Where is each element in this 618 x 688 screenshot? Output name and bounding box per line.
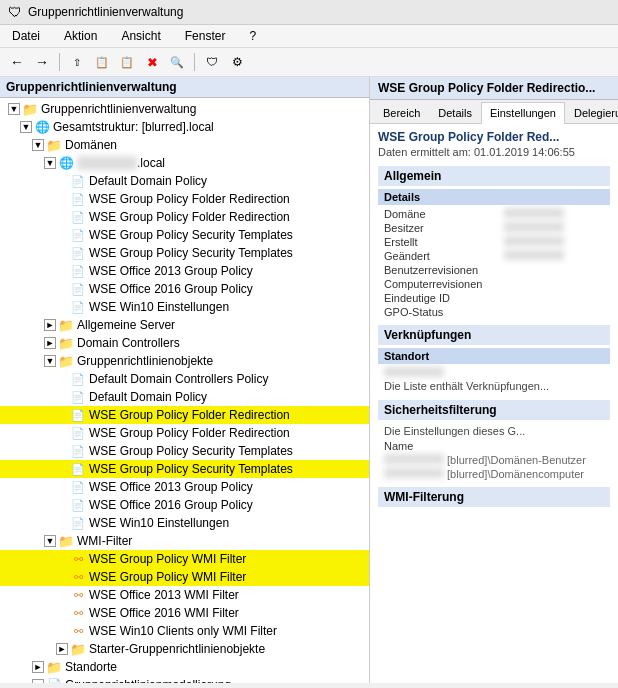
tree-allgemeine-server[interactable]: ► 📁 Allgemeine Server xyxy=(0,316,369,334)
tree-wse-folder-1[interactable]: 📄 WSE Group Policy Folder Redirection xyxy=(0,190,369,208)
tree-gpo-win10[interactable]: 📄 WSE Win10 Einstellungen xyxy=(0,514,369,532)
expand-gro[interactable]: ▼ xyxy=(44,355,56,367)
tree-gpo-office-2013[interactable]: 📄 WSE Office 2013 Group Policy xyxy=(0,478,369,496)
modellierung-label: Gruppenrichtlinienmodellierung xyxy=(65,678,231,683)
expand-starter[interactable]: ► xyxy=(56,643,68,655)
starter-label: Starter-Gruppenrichtlinienobjekte xyxy=(89,642,265,656)
menu-fenster[interactable]: Fenster xyxy=(181,27,230,45)
wmi-win10-label: WSE Win10 Clients only WMI Filter xyxy=(89,624,277,638)
tree-default-domain-policy2[interactable]: 📄 Default Domain Policy xyxy=(0,388,369,406)
tree-domain-local[interactable]: ▼ 🌐 .local xyxy=(0,154,369,172)
expand-modellierung[interactable]: ► xyxy=(32,679,44,683)
rp-subtitle: Daten ermittelt am: 01.01.2019 14:06:55 xyxy=(378,146,610,158)
wmi-1-label: WSE Group Policy WMI Filter xyxy=(89,552,246,566)
expand-domain-local[interactable]: ▼ xyxy=(44,157,56,169)
toolbar-settings[interactable]: ⚙ xyxy=(226,51,248,73)
expand-allgemeine[interactable]: ► xyxy=(44,319,56,331)
tree-domain-controllers[interactable]: ► 📁 Domain Controllers xyxy=(0,334,369,352)
tree-wmi-filter[interactable]: ▼ 📁 WMI-Filter xyxy=(0,532,369,550)
tree-wse-win10[interactable]: 📄 WSE Win10 Einstellungen xyxy=(0,298,369,316)
menu-help[interactable]: ? xyxy=(245,27,260,45)
tree-wse-folder-2[interactable]: 📄 WSE Group Policy Folder Redirection xyxy=(0,208,369,226)
wmi-icon-3: ⚯ xyxy=(70,587,86,603)
detail-gpo-status-label: GPO-Status xyxy=(384,306,504,318)
tree-gesamtstruktur[interactable]: ▼ 🌐 Gesamtstruktur: [blurred].local xyxy=(0,118,369,136)
gro-label: Gruppenrichtlinienobjekte xyxy=(77,354,213,368)
tree-default-domain[interactable]: 📄 Default Domain Policy xyxy=(0,172,369,190)
toolbar-forward[interactable]: → xyxy=(31,51,53,73)
detail-name-label: Name xyxy=(384,440,504,452)
tree-root-node[interactable]: ▼ 📁 Gruppenrichtlinienverwaltung xyxy=(0,100,369,118)
toolbar-delete[interactable]: ✖ xyxy=(141,51,163,73)
expand-wmi[interactable]: ▼ xyxy=(44,535,56,547)
expand-root[interactable]: ▼ xyxy=(8,103,20,115)
modellierung-icon: 📄 xyxy=(46,677,62,683)
tree-wmi-2-selected[interactable]: ⚯ WSE Group Policy WMI Filter xyxy=(0,568,369,586)
root-label: Gruppenrichtlinienverwaltung xyxy=(41,102,196,116)
toolbar-shield[interactable]: 🛡 xyxy=(201,51,223,73)
tree-wse-office-2016[interactable]: 📄 WSE Office 2016 Group Policy xyxy=(0,280,369,298)
menu-ansicht[interactable]: Ansicht xyxy=(117,27,164,45)
tree-wse-security-2[interactable]: 📄 WSE Group Policy Security Templates xyxy=(0,244,369,262)
wse-folder-1-label: WSE Group Policy Folder Redirection xyxy=(89,192,290,206)
gpo-icon-1: 📄 xyxy=(70,173,86,189)
detail-besitzer-value xyxy=(504,222,564,232)
gpo-icon-11: 📄 xyxy=(70,407,86,423)
detail-domane: Domäne xyxy=(378,207,610,221)
allgemeine-label: Allgemeine Server xyxy=(77,318,175,332)
tree-domanen[interactable]: ▼ 📁 Domänen xyxy=(0,136,369,154)
tree-starter-gpos[interactable]: ► 📁 Starter-Gruppenrichtlinienobjekte xyxy=(0,640,369,658)
section-verknupfungen: Verknüpfungen xyxy=(378,325,610,345)
gpo-icon-7: 📄 xyxy=(70,281,86,297)
tree-gpo-folder-selected[interactable]: 📄 WSE Group Policy Folder Redirection xyxy=(0,406,369,424)
gpo-icon-14: 📄 xyxy=(70,461,86,477)
tree-header: Gruppenrichtlinienverwaltung xyxy=(0,77,369,98)
detail-benutzer-label: Benutzerrevisionen xyxy=(384,264,504,276)
expand-domanen[interactable]: ▼ xyxy=(32,139,44,151)
tree-gpo-office-2016[interactable]: 📄 WSE Office 2016 Group Policy xyxy=(0,496,369,514)
tree-default-dc-policy[interactable]: 📄 Default Domain Controllers Policy xyxy=(0,370,369,388)
gro-icon: 📁 xyxy=(58,353,74,369)
menu-datei[interactable]: Datei xyxy=(8,27,44,45)
tree-wmi-win10[interactable]: ⚯ WSE Win10 Clients only WMI Filter xyxy=(0,622,369,640)
tab-einstellungen[interactable]: Einstellungen xyxy=(481,102,565,124)
expand-dc[interactable]: ► xyxy=(44,337,56,349)
menu-aktion[interactable]: Aktion xyxy=(60,27,101,45)
toolbar-paste[interactable]: 📋 xyxy=(116,51,138,73)
detail-erstellt: Erstellt xyxy=(378,235,610,249)
allgemeine-icon: 📁 xyxy=(58,317,74,333)
toolbar-back[interactable]: ← xyxy=(6,51,28,73)
wmi-icon-4: ⚯ xyxy=(70,605,86,621)
tree-wmi-office-2013[interactable]: ⚯ WSE Office 2013 WMI Filter xyxy=(0,586,369,604)
tab-bereich[interactable]: Bereich xyxy=(374,102,429,123)
expand-standorte[interactable]: ► xyxy=(32,661,44,673)
gpo-icon-4: 📄 xyxy=(70,227,86,243)
tree-standorte[interactable]: ► 📁 Standorte xyxy=(0,658,369,676)
tab-details[interactable]: Details xyxy=(429,102,481,123)
domanen-label: Domänen xyxy=(65,138,117,152)
tree-wmi-office-2016[interactable]: ⚯ WSE Office 2016 WMI Filter xyxy=(0,604,369,622)
toolbar-search[interactable]: 🔍 xyxy=(166,51,188,73)
dc-icon: 📁 xyxy=(58,335,74,351)
tree-wse-security-1[interactable]: 📄 WSE Group Policy Security Templates xyxy=(0,226,369,244)
tree-gruppenrichtlinienobjekte[interactable]: ▼ 📁 Gruppenrichtlinienobjekte xyxy=(0,352,369,370)
tree-gp-modellierung[interactable]: ► 📄 Gruppenrichtlinienmodellierung xyxy=(0,676,369,683)
toolbar-copy[interactable]: 📋 xyxy=(91,51,113,73)
root-folder-icon: 📁 xyxy=(22,101,38,117)
section-wmi-filterung: WMI-Filterung xyxy=(378,487,610,507)
right-panel: WSE Group Policy Folder Redirectio... Be… xyxy=(370,77,618,683)
tree-wse-office-2013[interactable]: 📄 WSE Office 2013 Group Policy xyxy=(0,262,369,280)
detail-gpo-status: GPO-Status xyxy=(378,305,610,319)
gesamtstruktur-label: Gesamtstruktur: [blurred].local xyxy=(53,120,214,134)
tab-delegierung[interactable]: Delegierung xyxy=(565,102,618,123)
default-dc-label: Default Domain Controllers Policy xyxy=(89,372,268,386)
tree-wmi-1-selected[interactable]: ⚯ WSE Group Policy WMI Filter xyxy=(0,550,369,568)
menu-bar: Datei Aktion Ansicht Fenster ? xyxy=(0,25,618,48)
tree-gpo-folder-2[interactable]: 📄 WSE Group Policy Folder Redirection xyxy=(0,424,369,442)
expand-gesamtstruktur[interactable]: ▼ xyxy=(20,121,32,133)
tree-gpo-security-1[interactable]: 📄 WSE Group Policy Security Templates xyxy=(0,442,369,460)
tree-gpo-security-selected[interactable]: 📄 WSE Group Policy Security Templates xyxy=(0,460,369,478)
gpo-office-2013-label: WSE Office 2013 Group Policy xyxy=(89,480,253,494)
toolbar-up[interactable]: ⇧ xyxy=(66,51,88,73)
dc-label: Domain Controllers xyxy=(77,336,180,350)
